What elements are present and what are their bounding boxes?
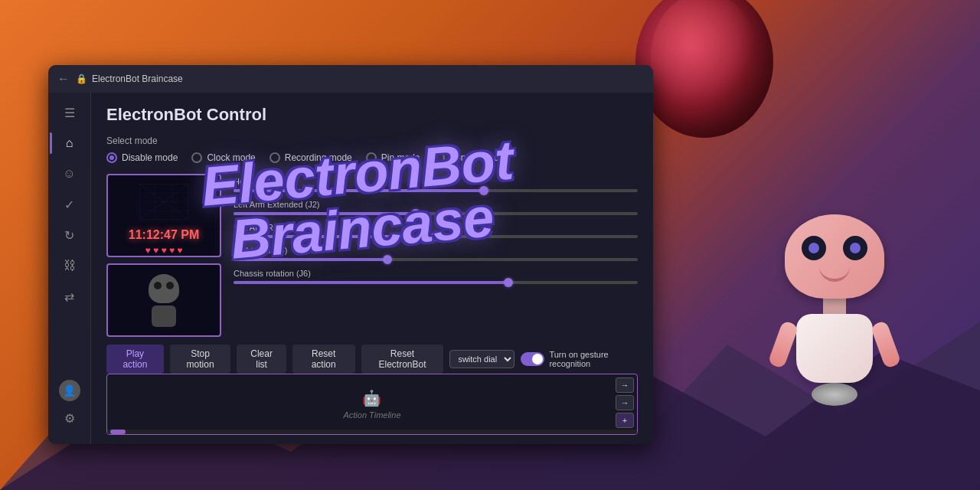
sidebar-icon-face[interactable]: ☺ — [56, 160, 83, 188]
slider-chassis-label: Chassis rotation (J6) — [234, 269, 638, 278]
timeline-label: Action Timeline — [343, 410, 400, 420]
timeline-export-btn-1[interactable]: → — [616, 377, 634, 393]
radio-recording-label: Recording mode — [285, 152, 352, 163]
lock-icon: 🔒 — [76, 74, 87, 84]
mini-eye-right — [166, 282, 174, 289]
timeline-scrollbar[interactable] — [107, 430, 637, 434]
slider-head-fill — [234, 189, 484, 192]
slider-arm-extended-fill — [234, 212, 416, 215]
slider-chassis-thumb[interactable] — [504, 278, 513, 287]
check-icon: ✓ — [64, 198, 74, 212]
slider-head: Head (J1) — [234, 177, 638, 192]
timeline-area: 🤖 Action Timeline → → + — [106, 374, 638, 435]
sidebar-icon-home[interactable]: ⌂ — [56, 129, 83, 157]
radio-control-label: Control mode — [449, 152, 505, 163]
slider-arm-rotation-thumb[interactable] — [431, 232, 440, 241]
sidebar-icon-menu[interactable]: ☰ — [56, 99, 83, 126]
radio-pin-label: Pin mode — [381, 152, 420, 163]
slider-right-arm-fill — [234, 258, 387, 261]
radio-disable-label: Disable mode — [122, 152, 178, 163]
slider-right-arm-label: Right Arm (J4) — [234, 246, 638, 255]
mode-pin[interactable]: Pin mode — [366, 152, 420, 163]
timeline-export-btn-2[interactable]: → — [616, 395, 634, 410]
mode-control[interactable]: Control mode — [434, 152, 505, 163]
clock-hearts: ♥ ♥ ♥ ♥ ♥ — [145, 245, 183, 256]
robot-eye-right — [843, 236, 867, 260]
timeline-person-icon: 🤖 — [362, 389, 381, 407]
slider-chassis-track[interactable] — [234, 281, 638, 284]
slider-right-arm: Right Arm (J4) — [234, 246, 638, 261]
sidebar-icon-link[interactable]: ⛓ — [56, 252, 83, 279]
timeline-content: 🤖 Action Timeline — [343, 389, 400, 420]
timeline-scroll-thumb[interactable] — [110, 430, 126, 434]
slider-head-thumb[interactable] — [479, 186, 488, 195]
main-layout: ☰ ⌂ ☺ ✓ ↻ ⛓ ⇄ 👤 — [48, 93, 653, 444]
clock-display: 11:12:47 PM ♥ ♥ ♥ ♥ ♥ — [106, 174, 221, 257]
mode-disable[interactable]: Disable mode — [106, 152, 178, 163]
slider-arm-extended: Left Arm Extended (J2) — [234, 200, 638, 215]
mode-clock[interactable]: Clock mode — [191, 152, 255, 163]
reset-electronbot-button[interactable]: Reset ElectronBot — [361, 345, 444, 374]
main-window: ← 🔒 ElectronBot Braincase ☰ ⌂ ☺ ✓ ↻ ⛓ — [48, 65, 653, 444]
sidebar-icon-check[interactable]: ✓ — [56, 191, 83, 218]
page-title: ElectronBot Control — [106, 105, 638, 125]
refresh-icon: ↻ — [64, 228, 74, 243]
transfer-icon: ⇄ — [64, 289, 74, 304]
slider-arm-extended-thumb[interactable] — [411, 209, 420, 218]
slider-arm-rotation-label: Left Arm Rotation (J3) — [234, 223, 638, 232]
gesture-toggle[interactable] — [521, 352, 544, 366]
grid-lines — [108, 175, 220, 228]
slider-right-arm-thumb[interactable] — [383, 255, 392, 264]
content-area: ElectronBot Control Select mode Disable … — [91, 93, 653, 444]
radio-clock-label: Clock mode — [207, 152, 255, 163]
mode-options: Disable mode Clock mode Recording mode P… — [106, 152, 638, 163]
robot-neck — [823, 299, 846, 314]
mini-robot-body — [152, 305, 176, 327]
timeline-add-btn[interactable]: + — [616, 413, 634, 428]
sliders-panel: Head (J1) Left Arm Extended (J2) — [234, 174, 638, 337]
slider-arm-rotation: Left Arm Rotation (J3) — [234, 223, 638, 238]
preview-panel: 11:12:47 PM ♥ ♥ ♥ ♥ ♥ — [106, 174, 221, 337]
reset-action-button[interactable]: Reset action — [292, 345, 355, 374]
robot-arm-left — [767, 320, 799, 369]
slider-arm-rotation-fill — [234, 235, 436, 238]
sidebar-icon-transfer[interactable]: ⇄ — [56, 283, 83, 310]
sidebar-icon-settings[interactable]: ⚙ — [56, 404, 83, 432]
slider-arm-rotation-track[interactable] — [234, 235, 638, 238]
mini-robot-head — [149, 274, 179, 303]
clear-list-button[interactable]: Clear list — [237, 345, 286, 374]
mini-robot — [149, 274, 179, 327]
mini-eye-left — [154, 282, 162, 289]
slider-head-label: Head (J1) — [234, 177, 638, 186]
switch-dial-select[interactable]: switch dial — [449, 350, 514, 368]
robot-body — [796, 314, 873, 383]
stop-motion-button[interactable]: Stop motion — [170, 345, 231, 374]
user-avatar[interactable]: 👤 — [59, 380, 80, 401]
robot-smile — [819, 266, 850, 282]
slider-right-arm-track[interactable] — [234, 258, 638, 261]
play-action-button[interactable]: Play action — [106, 345, 164, 374]
slider-chassis-fill — [234, 281, 508, 284]
slider-head-track[interactable] — [234, 189, 638, 192]
titlebar: ← 🔒 ElectronBot Braincase — [48, 65, 653, 93]
sidebar: ☰ ⌂ ☺ ✓ ↻ ⛓ ⇄ 👤 — [48, 93, 91, 444]
robot-head — [785, 214, 884, 299]
slider-arm-extended-label: Left Arm Extended (J2) — [234, 200, 638, 209]
radio-control-circle — [434, 152, 445, 163]
robot-eye-left — [802, 236, 826, 260]
gesture-toggle-container: Turn on gesture recognition — [521, 350, 638, 368]
robot-base — [812, 383, 858, 406]
titlebar-title: ElectronBot Braincase — [92, 74, 183, 84]
mode-recording[interactable]: Recording mode — [270, 152, 352, 163]
avatar-icon: 👤 — [63, 384, 76, 397]
settings-icon: ⚙ — [64, 411, 75, 426]
slider-arm-extended-track[interactable] — [234, 212, 638, 215]
menu-icon: ☰ — [64, 106, 75, 120]
action-bar: Play action Stop motion Clear list Reset… — [106, 345, 638, 374]
sidebar-bottom: 👤 ⚙ — [56, 380, 83, 438]
face-preview — [106, 263, 221, 337]
back-button[interactable]: ← — [57, 72, 70, 86]
sidebar-icon-refresh[interactable]: ↻ — [56, 221, 83, 249]
mode-label: Select mode — [106, 136, 638, 146]
radio-recording-circle — [270, 152, 280, 163]
